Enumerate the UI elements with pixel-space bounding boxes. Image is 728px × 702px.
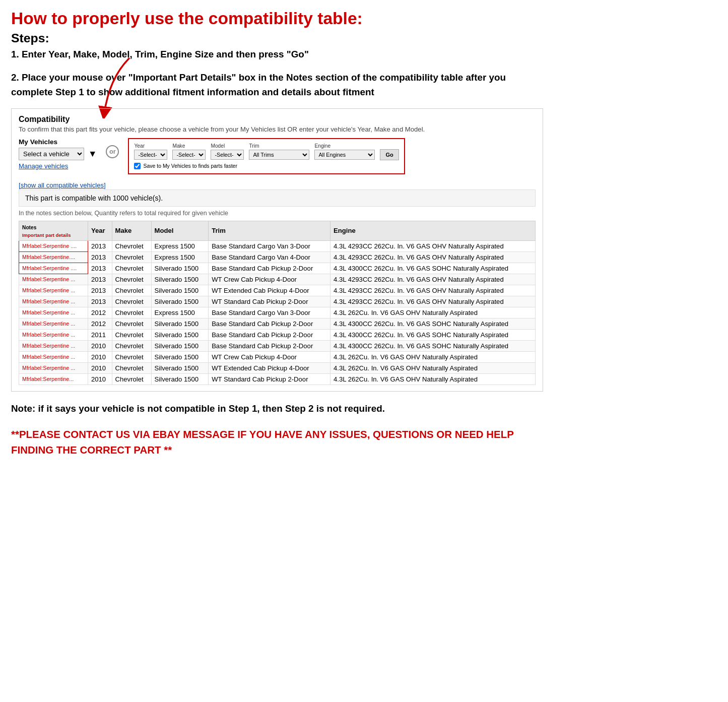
cell-notes: Mfrlabel:Serpentine ... (19, 362, 88, 373)
cell-model: Silverado 1500 (151, 318, 209, 329)
cell-model: Silverado 1500 (151, 285, 209, 296)
cell-year: 2013 (88, 240, 112, 251)
trim-select[interactable]: All Trims (249, 150, 309, 160)
save-checkbox[interactable] (134, 163, 141, 169)
cell-engine: 4.3L 4300CC 262Cu. In. V6 GAS SOHC Natur… (330, 329, 536, 340)
cell-trim: Base Standard Cargo Van 4-Door (209, 251, 330, 263)
cell-engine: 4.3L 4293CC 262Cu. In. V6 GAS OHV Natura… (330, 296, 536, 307)
my-vehicles-panel: My Vehicles Select a vehicle ▼ Manage ve… (19, 138, 97, 170)
table-row: Mfrlabel:Serpentine .... 2013 Chevrolet … (19, 240, 536, 251)
model-field-group: Model -Select- (211, 143, 244, 160)
cell-make: Chevrolet (112, 285, 151, 296)
save-row: Save to My Vehicles to finds parts faste… (134, 163, 399, 169)
cell-notes: Mfrlabel:Serpentine .... (19, 263, 88, 274)
manage-vehicles-link[interactable]: Manage vehicles (19, 162, 97, 170)
show-all-link[interactable]: [show all compatible vehicles] (19, 181, 106, 189)
cell-engine: 4.3L 4293CC 262Cu. In. V6 GAS OHV Natura… (330, 274, 536, 285)
cell-year: 2010 (88, 362, 112, 373)
year-select[interactable]: -Select- (134, 150, 167, 160)
cell-make: Chevrolet (112, 307, 151, 318)
cell-trim: WT Standard Cab Pickup 2-Door (209, 296, 330, 307)
step1-text: 1. Enter Year, Make, Model, Trim, Engine… (11, 47, 543, 61)
step2-text: 2. Place your mouse over "Important Part… (11, 71, 543, 99)
table-row: Mfrlabel:Serpentine ... 2012 Chevrolet S… (19, 318, 536, 329)
make-label: Make (172, 143, 206, 149)
cell-make: Chevrolet (112, 340, 151, 351)
vehicle-entry-box: Year -Select- Make -Select- Model (128, 138, 405, 174)
notes-col-sublabel: Important part details (22, 232, 71, 238)
cell-notes: Mfrlabel:Serpentine ... (19, 285, 88, 296)
cell-make: Chevrolet (112, 251, 151, 263)
table-body: Mfrlabel:Serpentine .... 2013 Chevrolet … (19, 240, 536, 385)
engine-label: Engine (314, 143, 375, 149)
cell-notes: Mfrlabel:Serpentine .... (19, 240, 88, 251)
cell-notes: Mfrlabel:Serpentine ... (19, 351, 88, 362)
go-button[interactable]: Go (380, 149, 399, 160)
cell-year: 2013 (88, 285, 112, 296)
cell-engine: 4.3L 262Cu. In. V6 GAS OHV Naturally Asp… (330, 373, 536, 385)
my-vehicles-select-row: Select a vehicle ▼ (19, 148, 97, 160)
cell-model: Silverado 1500 (151, 263, 209, 274)
cell-make: Chevrolet (112, 240, 151, 251)
cell-make: Chevrolet (112, 351, 151, 362)
cell-make: Chevrolet (112, 329, 151, 340)
compat-title: Compatibility (19, 115, 536, 124)
cell-model: Express 1500 (151, 307, 209, 318)
th-model: Model (151, 221, 209, 240)
year-field-group: Year -Select- (134, 143, 167, 160)
save-label: Save to My Vehicles to finds parts faste… (143, 163, 237, 169)
cell-engine: 4.3L 4300CC 262Cu. In. V6 GAS SOHC Natur… (330, 263, 536, 274)
cell-year: 2012 (88, 318, 112, 329)
cell-trim: Base Standard Cab Pickup 2-Door (209, 340, 330, 351)
compatibility-section: Compatibility To confirm that this part … (11, 108, 543, 392)
cell-year: 2010 (88, 351, 112, 362)
cell-engine: 4.3L 262Cu. In. V6 GAS OHV Naturally Asp… (330, 307, 536, 318)
engine-field-group: Engine All Engines (314, 143, 375, 160)
cell-year: 2013 (88, 274, 112, 285)
cell-trim: Base Standard Cab Pickup 2-Door (209, 263, 330, 274)
th-trim: Trim (209, 221, 330, 240)
dropdown-arrow-icon: ▼ (88, 149, 97, 159)
cell-trim: Base Standard Cab Pickup 2-Door (209, 318, 330, 329)
cell-model: Silverado 1500 (151, 296, 209, 307)
table-row: Mfrlabel:Serpentine ... 2013 Chevrolet S… (19, 274, 536, 285)
cell-year: 2013 (88, 251, 112, 263)
th-engine: Engine (330, 221, 536, 240)
model-label: Model (211, 143, 244, 149)
cell-year: 2010 (88, 373, 112, 385)
cell-model: Silverado 1500 (151, 329, 209, 340)
steps-label: Steps: (11, 31, 543, 45)
table-row: Mfrlabel:Serpentine ... 2012 Chevrolet E… (19, 307, 536, 318)
table-row: Mfrlabel:Serpentine ... 2010 Chevrolet S… (19, 351, 536, 362)
compatibility-wrapper: Compatibility To confirm that this part … (11, 108, 543, 392)
cell-make: Chevrolet (112, 296, 151, 307)
engine-select[interactable]: All Engines (314, 150, 375, 160)
cell-trim: Base Standard Cargo Van 3-Door (209, 307, 330, 318)
cell-notes: Mfrlabel:Serpentine ... (19, 307, 88, 318)
table-header: Notes Important part details Year Make M… (19, 221, 536, 240)
cell-trim: Base Standard Cargo Van 3-Door (209, 240, 330, 251)
cell-model: Silverado 1500 (151, 340, 209, 351)
cell-make: Chevrolet (112, 362, 151, 373)
make-select[interactable]: -Select- (172, 150, 206, 160)
cell-engine: 4.3L 4293CC 262Cu. In. V6 GAS OHV Natura… (330, 285, 536, 296)
compat-controls-row: My Vehicles Select a vehicle ▼ Manage ve… (19, 138, 536, 174)
cell-notes: Mfrlabel:Serpentine ... (19, 318, 88, 329)
trim-field-group: Trim All Trims (249, 143, 309, 160)
cell-notes: Mfrlabel:Serpentine ... (19, 274, 88, 285)
or-divider: or (106, 145, 119, 158)
table-row: Mfrlabel:Serpentine .... 2013 Chevrolet … (19, 263, 536, 274)
make-field-group: Make -Select- (172, 143, 206, 160)
cell-year: 2013 (88, 296, 112, 307)
model-select[interactable]: -Select- (211, 150, 244, 160)
cell-notes: Mfrlabel:Serpentine ... (19, 296, 88, 307)
select-vehicle-dropdown[interactable]: Select a vehicle (19, 148, 84, 160)
compatibility-table: Notes Important part details Year Make M… (19, 221, 536, 385)
trim-label: Trim (249, 143, 309, 149)
cell-year: 2010 (88, 340, 112, 351)
compatible-banner: This part is compatible with 1000 vehicl… (19, 189, 536, 207)
quantity-note: In the notes section below, Quantity ref… (19, 210, 536, 217)
cell-notes: Mfrlabel:Serpentine ... (19, 340, 88, 351)
cell-engine: 4.3L 4300CC 262Cu. In. V6 GAS SOHC Natur… (330, 318, 536, 329)
cell-make: Chevrolet (112, 373, 151, 385)
